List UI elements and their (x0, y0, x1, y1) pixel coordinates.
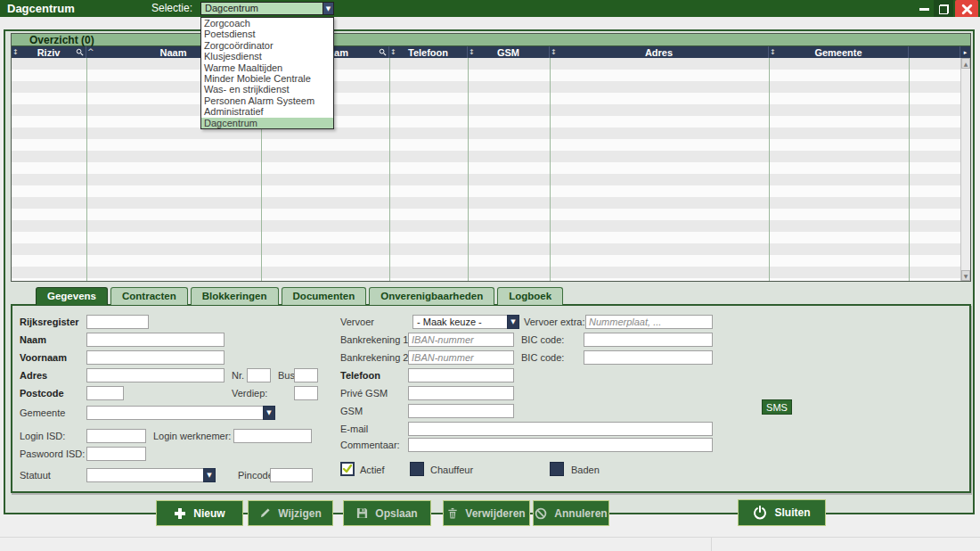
tab-gegevens[interactable]: Gegevens (36, 287, 108, 305)
sort-asc-icon: ^ (87, 46, 94, 58)
nieuw-button[interactable]: Nieuw (156, 500, 243, 526)
baden-label: Baden (571, 463, 600, 477)
selectie-combobox[interactable]: Dagcentrum ▼ (200, 2, 334, 15)
gemeente-combobox[interactable]: ▼ (86, 406, 275, 420)
close-button[interactable] (955, 0, 978, 19)
email-field[interactable] (408, 422, 713, 436)
nr-label: Nr. (232, 368, 244, 382)
actief-checkbox[interactable] (340, 462, 355, 476)
close-icon (961, 4, 973, 15)
chevron-down-icon[interactable]: ▼ (263, 406, 275, 420)
trash-icon (447, 507, 458, 519)
tab-onverenigbaarheden[interactable]: Onverenigbaarheden (369, 287, 494, 305)
search-icon[interactable] (379, 48, 387, 56)
chauffeur-checkbox[interactable] (410, 462, 424, 476)
window-body-strip (0, 17, 980, 29)
paswoord-isd-label: Paswoord ISD: (20, 447, 85, 461)
chevron-down-icon[interactable]: ▼ (203, 468, 216, 482)
statuut-combobox[interactable]: ▼ (86, 468, 216, 482)
sluiten-button[interactable]: Sluiten (738, 499, 826, 526)
baden-checkbox[interactable] (550, 462, 564, 476)
tabstrip: Gegevens Contracten Blokkeringen Documen… (36, 287, 563, 305)
gsm-field[interactable] (408, 404, 514, 418)
scroll-down-icon[interactable]: ▼ (961, 270, 970, 281)
commentaar-field[interactable] (408, 438, 713, 452)
verdiep-label: Verdiep: (232, 386, 267, 400)
dropdown-option[interactable]: Personen Alarm Systeem (201, 95, 333, 106)
statusbar-divider (0, 537, 980, 538)
prive-gsm-field[interactable] (408, 386, 514, 400)
paswoord-isd-field[interactable] (86, 447, 146, 461)
tab-contracten[interactable]: Contracten (110, 287, 188, 305)
column-header-riziv[interactable]: ↕ Riziv (12, 46, 86, 58)
chauffeur-label: Chauffeur (430, 463, 473, 477)
login-isd-label: Login ISD: (20, 429, 65, 443)
pincode-field[interactable] (270, 468, 313, 482)
column-header-gsm[interactable]: ↕ GSM (468, 46, 550, 58)
pincode-label: Pincode (238, 468, 274, 482)
vervoer-label: Vervoer (340, 315, 374, 329)
voornaam-field[interactable] (86, 350, 225, 365)
vervoer-extra-field[interactable] (585, 315, 713, 329)
column-header-telefoon[interactable]: ↕ Telefoon (389, 46, 468, 58)
rijksregister-field[interactable] (86, 315, 149, 329)
statuut-combobox-value[interactable] (86, 468, 203, 482)
dropdown-option-selected[interactable]: Dagcentrum (201, 118, 333, 128)
vervoer-combobox[interactable]: - Maak keuze - ▼ (412, 315, 519, 329)
vervoer-extra-label: Vervoer extra: (524, 315, 584, 329)
minimize-icon (919, 8, 929, 11)
dropdown-option[interactable]: Poetsdienst (201, 29, 333, 39)
column-separator (909, 58, 910, 281)
postcode-field[interactable] (86, 386, 124, 400)
bic1-label: BIC code: (521, 333, 564, 347)
tab-blokkeringen[interactable]: Blokkeringen (191, 287, 279, 305)
column-header-gemeente[interactable]: ↕ Gemeente (769, 46, 909, 58)
dropdown-option[interactable]: Minder Mobiele Centrale (201, 73, 333, 84)
dropdown-option[interactable]: Klusjesdienst (201, 51, 333, 62)
bankrekening1-field[interactable] (408, 333, 514, 347)
minimize-button[interactable] (914, 0, 934, 18)
tab-logboek[interactable]: Logboek (497, 287, 563, 305)
tab-documenten[interactable]: Documenten (282, 287, 367, 305)
gemeente-combobox-value[interactable] (86, 406, 263, 420)
bic2-label: BIC code: (521, 350, 564, 365)
bankrekening2-field[interactable] (408, 350, 514, 365)
selectie-combobox-value[interactable]: Dagcentrum (200, 2, 323, 15)
overview-title: Overzicht (0) (12, 34, 970, 46)
adres-field[interactable] (86, 368, 225, 382)
login-werknemer-field[interactable] (233, 429, 312, 443)
commentaar-label: Commentaar: (340, 438, 400, 452)
restore-button[interactable] (934, 0, 953, 18)
header-scroll-right-arrow[interactable]: ▸ (960, 46, 970, 58)
dropdown-option[interactable]: Warme Maaltijden (201, 62, 333, 73)
sort-icon: ↕ (12, 46, 19, 58)
vertical-scrollbar[interactable]: ▲ ▼ (960, 58, 970, 281)
sort-icon: ↕ (551, 46, 557, 58)
opslaan-button[interactable]: Opslaan (343, 500, 431, 526)
column-header-adres[interactable]: ↕ Adres (550, 46, 769, 58)
nr-field[interactable] (247, 368, 271, 382)
bic2-field[interactable] (584, 350, 713, 365)
dropdown-option[interactable]: Administratief (201, 106, 333, 117)
wijzigen-button[interactable]: Wijzigen (248, 500, 333, 526)
plus-icon (174, 507, 186, 520)
login-isd-field[interactable] (86, 429, 146, 443)
telefoon-field[interactable] (408, 368, 514, 382)
sms-button[interactable]: SMS (762, 399, 792, 415)
dropdown-option[interactable]: Zorgcoach (201, 18, 333, 29)
verdiep-field[interactable] (294, 386, 318, 400)
naam-field[interactable] (86, 333, 225, 347)
vervoer-combobox-value[interactable]: - Maak keuze - (412, 315, 507, 329)
chevron-down-icon[interactable]: ▼ (507, 315, 519, 329)
search-icon[interactable] (76, 48, 84, 56)
annuleren-button[interactable]: Annuleren (533, 500, 609, 526)
sort-icon: ↕ (770, 46, 776, 58)
scroll-up-icon[interactable]: ▲ (961, 58, 970, 69)
chevron-down-icon[interactable]: ▼ (323, 2, 334, 15)
bic1-field[interactable] (584, 333, 713, 347)
verwijderen-button[interactable]: Verwijderen (443, 500, 530, 526)
bus-field[interactable] (294, 368, 318, 382)
pencil-icon (259, 507, 271, 519)
dropdown-option[interactable]: Zorgcoördinator (201, 40, 333, 51)
dropdown-option[interactable]: Was- en strijkdienst (201, 84, 333, 95)
